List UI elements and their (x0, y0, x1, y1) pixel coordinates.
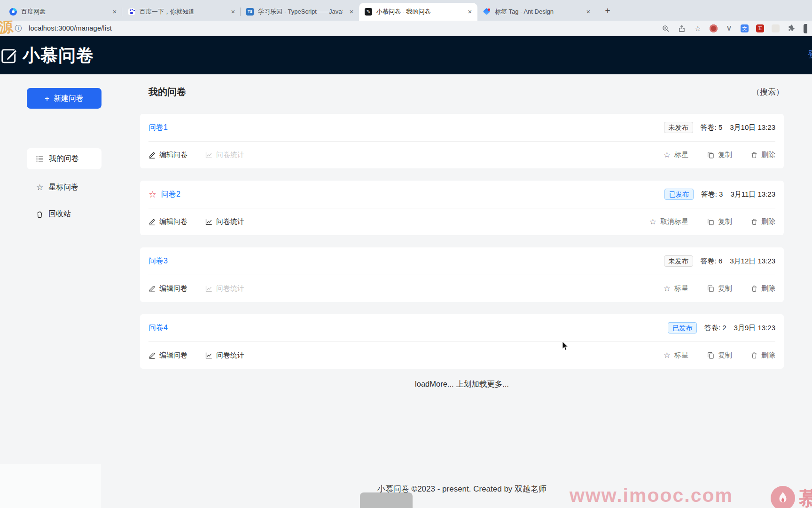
questionnaire-title-link[interactable]: 问卷4 (148, 323, 168, 333)
info-icon[interactable]: ⓘ (14, 24, 23, 32)
status-badge: 未发布 (664, 255, 693, 267)
extensions-puzzle-icon[interactable] (787, 24, 795, 32)
login-link-partial[interactable]: 登 (808, 48, 812, 61)
edit-questionnaire-button[interactable]: 编辑问卷 (148, 151, 187, 159)
copy-button[interactable]: 复制 (707, 217, 732, 226)
tab-typescript[interactable]: TS 学习乐园 · TypeScript——JavaS × (241, 3, 359, 21)
questionnaire-card: ☆ 问卷3 未发布 答卷: 6 3月12日 13:23 编辑问卷 问卷统计 ☆ (140, 247, 784, 302)
browser-tab-bar: 百度网盘 × 百度一下，你就知道 × TS 学习乐园 · TypeScript—… (0, 0, 812, 21)
sidebar-item-starred[interactable]: ☆ 星标问卷 (27, 177, 102, 198)
share-icon[interactable] (678, 24, 686, 33)
copy-button[interactable]: 复制 (707, 284, 732, 293)
typescript-favicon: TS (246, 8, 254, 16)
video-overlay-artifact (360, 492, 413, 508)
copy-button[interactable]: 复制 (707, 351, 732, 360)
star-button[interactable]: ☆标星 (664, 151, 688, 159)
stats-button[interactable]: 问卷统计 (205, 217, 244, 226)
questionnaire-title-link[interactable]: 问卷1 (148, 123, 168, 133)
extension-icon[interactable] (710, 24, 718, 32)
copy-button[interactable]: 复制 (707, 151, 732, 159)
delete-button[interactable]: 删除 (751, 284, 775, 293)
questionnaire-card: ☆ 问卷4 已发布 答卷: 2 3月9日 13:23 编辑问卷 问卷统计 ☆标 (140, 314, 784, 369)
line-chart-icon (205, 218, 212, 225)
app-logo[interactable]: 小慕问卷 (1, 36, 94, 74)
create-questionnaire-button[interactable]: + 新建问卷 (27, 88, 102, 109)
close-icon[interactable]: × (228, 7, 238, 16)
url-text[interactable]: localhost:3000/manage/list (29, 24, 112, 32)
created-date: 3月11日 13:23 (730, 190, 775, 199)
search-button[interactable]: （搜索） (752, 87, 784, 97)
copy-icon (707, 352, 714, 359)
star-icon: ☆ (664, 151, 671, 159)
address-bar[interactable]: ⓘ localhost:3000/manage/list ☆ V 文 五 6xi… (0, 21, 812, 36)
imooc-watermark-text: www.imooc.com (570, 484, 733, 507)
screen: 百度网盘 × 百度一下，你就知道 × TS 学习乐园 · TypeScript—… (0, 0, 812, 508)
tab-title: 学习乐园 · TypeScript——JavaS (258, 8, 343, 16)
video-overlay-artifact (0, 464, 101, 508)
edit-questionnaire-button[interactable]: 编辑问卷 (148, 284, 187, 293)
close-icon[interactable]: × (347, 7, 356, 16)
edit-questionnaire-button[interactable]: 编辑问卷 (148, 217, 187, 226)
line-chart-icon (205, 352, 212, 359)
star-icon: ☆ (664, 285, 671, 293)
delete-button[interactable]: 删除 (751, 151, 775, 159)
new-tab-button[interactable]: + (601, 4, 615, 18)
answer-count: 答卷: 6 (701, 257, 723, 266)
tab-title: 小慕问卷 - 我的问卷 (376, 8, 461, 16)
mouse-cursor (562, 341, 569, 351)
bookmark-star-icon[interactable]: ☆ (694, 24, 702, 33)
profile-avatar[interactable] (804, 24, 807, 33)
tab-baidu-search[interactable]: 百度一下，你就知道 × (122, 3, 241, 21)
edit-questionnaire-button[interactable]: 编辑问卷 (148, 351, 187, 360)
trash-icon (751, 151, 757, 159)
imooc-flame-logo (771, 486, 795, 508)
extension-icon[interactable] (772, 24, 780, 32)
translate-extension-icon[interactable]: 文 (741, 24, 749, 32)
tab-survey-app-active[interactable]: ✎ 小慕问卷 - 我的问卷 × (359, 3, 477, 21)
trash-icon (36, 211, 43, 218)
stats-button[interactable]: 问卷统计 (205, 151, 244, 159)
tab-title: 标签 Tag - Ant Design (495, 8, 579, 16)
close-icon[interactable]: × (465, 7, 475, 16)
tab-title: 百度网盘 (21, 8, 106, 16)
extension-icon[interactable]: V (725, 24, 733, 32)
form-pencil-icon (1, 47, 18, 64)
edit-pencil-icon (148, 218, 156, 225)
tab-title: 百度一下，你就知道 (140, 8, 224, 16)
sidebar-item-trash[interactable]: 回收站 (27, 204, 102, 225)
pirate-watermark-char: 源 (0, 17, 14, 38)
answer-count: 答卷: 3 (701, 190, 723, 199)
extension-icon[interactable]: 五 (756, 24, 764, 32)
questionnaire-title-link[interactable]: 问卷2 (161, 190, 180, 199)
star-button[interactable]: ☆标星 (664, 351, 688, 360)
stats-button[interactable]: 问卷统计 (205, 284, 244, 293)
status-badge: 已发布 (664, 189, 694, 200)
star-button[interactable]: ☆取消标星 (649, 217, 688, 226)
created-date: 3月9日 13:23 (734, 324, 775, 333)
unordered-list-icon (36, 155, 44, 163)
close-icon[interactable]: × (584, 7, 593, 16)
created-date: 3月12日 13:23 (730, 257, 775, 266)
stats-button[interactable]: 问卷统计 (205, 351, 244, 360)
copy-icon (707, 285, 714, 292)
answer-count: 答卷: 2 (704, 324, 726, 333)
edit-pencil-icon (148, 285, 156, 292)
star-button[interactable]: ☆标星 (664, 284, 688, 293)
imooc-watermark-char: 慕 (799, 485, 812, 508)
zoom-icon[interactable] (662, 24, 670, 33)
close-icon[interactable]: × (110, 7, 119, 16)
line-chart-icon (205, 285, 212, 292)
copy-icon (707, 218, 714, 225)
baidu-favicon (128, 8, 135, 16)
trash-icon (751, 352, 757, 359)
delete-button[interactable]: 删除 (751, 217, 775, 226)
delete-button[interactable]: 删除 (751, 351, 775, 360)
tab-baidu-netdisk[interactable]: 百度网盘 × (4, 3, 122, 21)
tab-ant-design[interactable]: 标签 Tag - Ant Design × (477, 3, 596, 21)
sidebar-item-label: 星标问卷 (48, 183, 78, 192)
ant-design-favicon (483, 8, 491, 16)
star-icon: ☆ (36, 183, 43, 191)
questionnaire-title-link[interactable]: 问卷3 (148, 256, 168, 266)
sidebar-item-my-questionnaires[interactable]: 我的问卷 (27, 148, 102, 169)
created-date: 3月10日 13:23 (730, 123, 775, 132)
